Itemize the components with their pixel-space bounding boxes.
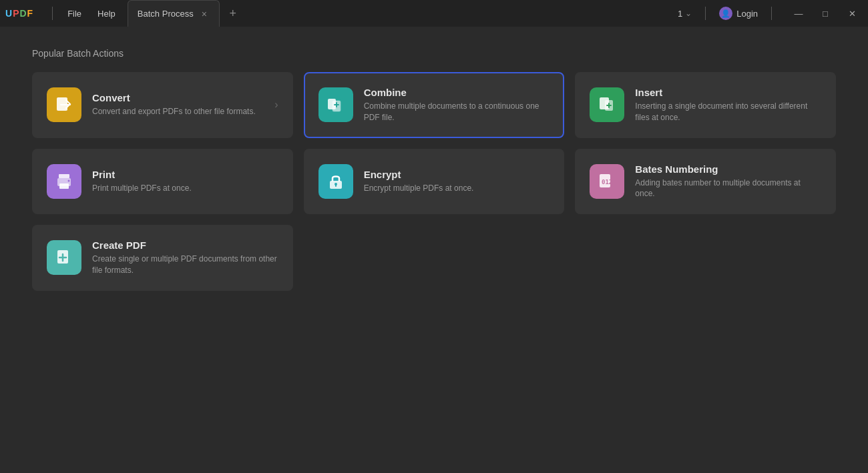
svg-rect-7 [59,183,69,189]
encrypt-text: Encrypt Encrypt multiple PDFs at once. [364,169,550,194]
login-button[interactable]: 👤 Login [714,4,763,23]
svg-point-8 [68,179,70,181]
tab-label: Batch Process [138,9,194,19]
close-button[interactable]: ✕ [839,3,865,24]
insert-desc: Inserting a single document into several… [635,101,821,123]
card-combine[interactable]: Combine Combine multiple documents to a … [304,72,565,138]
card-bates-numbering[interactable]: 012 Bates Numbering Adding bates number … [575,149,836,215]
logo-f: F [27,8,34,19]
bates-numbering-desc: Adding bates number to multiple document… [635,177,821,200]
convert-icon [47,87,81,122]
combine-icon [318,87,353,122]
logo-d: D [19,8,27,19]
bates-numbering-icon: 012 [590,164,624,199]
logo-p: P [13,8,19,19]
tabs-area: Batch Process × + [128,0,672,27]
card-encrypt[interactable]: Encrypt Encrypt multiple PDFs at once. [304,149,565,215]
title-bar-right: 1 ⌄ 👤 Login — □ ✕ [672,3,868,24]
app-logo: UPDF [5,8,33,19]
card-create-pdf[interactable]: Create PDF Create single or multiple PDF… [32,225,293,291]
create-pdf-icon [47,240,81,275]
bates-numbering-text: Bates Numbering Adding bates number to m… [635,163,821,200]
create-pdf-desc: Create single or multiple PDF documents … [92,254,278,276]
insert-icon [590,87,624,122]
svg-rect-5 [59,174,69,178]
create-pdf-text: Create PDF Create single or multiple PDF… [92,240,278,276]
print-desc: Print multiple PDFs at once. [92,183,278,194]
actions-grid: Convert Convert and export PDFs to other… [32,72,836,291]
convert-desc: Convert and export PDFs to other file fo… [92,106,261,117]
convert-arrow: › [274,99,278,111]
main-content: Popular Batch Actions Convert Convert an… [0,27,868,312]
card-insert[interactable]: Insert Inserting a single document into … [575,72,836,138]
print-text: Print Print multiple PDFs at once. [92,169,278,194]
combine-title: Combine [364,87,550,98]
login-avatar-letter: 👤 [721,9,730,18]
section-title: Popular Batch Actions [32,48,836,59]
logo-divider [52,7,53,20]
svg-rect-11 [335,184,337,187]
insert-text: Insert Inserting a single document into … [635,87,821,123]
tab-close-button[interactable]: × [199,8,210,20]
tab-add-button[interactable]: + [224,4,242,23]
login-label: Login [736,9,758,19]
title-bar: UPDF File Help Batch Process × + 1 ⌄ 👤 L… [0,0,868,27]
insert-title: Insert [635,87,821,98]
convert-text: Convert Convert and export PDFs to other… [92,92,261,117]
menu-file[interactable]: File [61,6,88,21]
combine-text: Combine Combine multiple documents to a … [364,87,550,123]
card-convert[interactable]: Convert Convert and export PDFs to other… [32,72,293,138]
encrypt-desc: Encrypt multiple PDFs at once. [364,183,550,194]
notification-badge[interactable]: 1 ⌄ [672,6,697,21]
chevron-down-icon: ⌄ [685,9,692,18]
encrypt-title: Encrypt [364,169,550,180]
window-controls: — □ ✕ [785,3,865,24]
menu-help[interactable]: Help [91,6,122,21]
minimize-button[interactable]: — [785,3,812,24]
convert-title: Convert [92,92,261,103]
divider2 [771,7,772,20]
print-icon [47,164,81,199]
notification-count: 1 [678,9,682,19]
svg-text:012: 012 [602,179,612,185]
print-title: Print [92,169,278,180]
bates-numbering-title: Bates Numbering [635,163,821,175]
encrypt-icon [318,164,353,199]
combine-desc: Combine multiple documents to a continuo… [364,101,550,123]
login-avatar: 👤 [719,7,732,20]
menu-items: File Help [61,6,122,21]
maximize-button[interactable]: □ [812,3,839,24]
card-print[interactable]: Print Print multiple PDFs at once. [32,149,293,215]
logo-u: U [5,8,13,19]
divider [705,7,706,20]
create-pdf-title: Create PDF [92,240,278,251]
tab-batch-process[interactable]: Batch Process × [128,0,220,27]
